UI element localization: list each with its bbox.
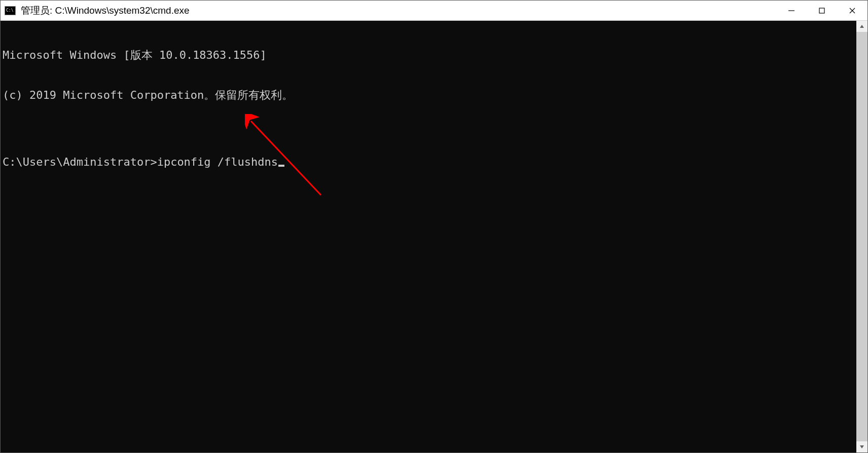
title-bar-left: 管理员: C:\Windows\system32\cmd.exe <box>1 4 776 17</box>
title-bar[interactable]: 管理员: C:\Windows\system32\cmd.exe <box>1 1 867 21</box>
terminal-area[interactable]: Microsoft Windows [版本 10.0.18363.1556] (… <box>1 21 856 452</box>
maximize-button[interactable] <box>807 1 837 20</box>
svg-marker-7 <box>860 445 864 448</box>
prompt-text: C:\Users\Administrator> <box>3 156 157 168</box>
window-controls <box>776 1 867 20</box>
command-text: ipconfig /flushdns <box>157 156 278 168</box>
terminal-prompt-line: C:\Users\Administrator>ipconfig /flushdn… <box>3 156 854 169</box>
svg-marker-6 <box>860 25 864 28</box>
vertical-scrollbar[interactable] <box>856 21 867 452</box>
cmd-icon <box>5 6 16 15</box>
scroll-up-button[interactable] <box>856 21 867 32</box>
minimize-button[interactable] <box>776 1 807 20</box>
close-button[interactable] <box>837 1 867 20</box>
content-wrapper: Microsoft Windows [版本 10.0.18363.1556] (… <box>1 21 867 452</box>
chevron-down-icon <box>859 444 864 449</box>
cmd-window: 管理员: C:\Windows\system32\cmd.exe <box>0 0 868 453</box>
cursor <box>278 165 284 167</box>
minimize-icon <box>788 7 795 14</box>
scroll-down-button[interactable] <box>856 441 867 452</box>
chevron-up-icon <box>859 24 864 29</box>
window-title: 管理员: C:\Windows\system32\cmd.exe <box>21 4 190 17</box>
terminal-output-line: Microsoft Windows [版本 10.0.18363.1556] <box>3 49 854 62</box>
terminal-output-line: (c) 2019 Microsoft Corporation。保留所有权利。 <box>3 89 854 102</box>
svg-rect-1 <box>819 8 824 13</box>
maximize-icon <box>818 7 825 14</box>
close-icon <box>849 7 856 14</box>
scroll-track[interactable] <box>856 32 867 441</box>
scroll-thumb[interactable] <box>856 32 867 441</box>
